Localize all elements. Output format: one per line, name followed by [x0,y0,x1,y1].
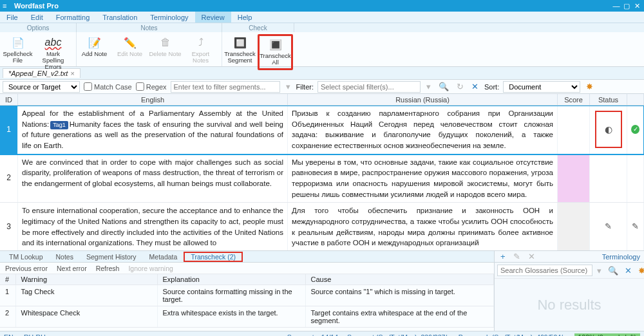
status-lang: EN → RU-RU [4,333,46,337]
segment-table-header: ID English Russian (Russia) Score Status [0,94,644,106]
tab-tm-lookup[interactable]: TM Lookup [3,252,50,261]
inline-tag[interactable]: Tag1 [50,121,68,129]
term-edit-icon[interactable]: ✎ [511,252,522,261]
mark-spelling-button[interactable]: abc Mark Spelling Errors [35,34,71,73]
menu-bar: File Edit Formatting Translation Termino… [0,12,644,23]
status-progress: 100% (0 words left) [574,333,640,337]
bottom-panels: TM Lookup Notes Segment History Metadata… [0,250,644,331]
tab-transcheck[interactable]: Transcheck (2) [184,252,243,262]
term-add-icon[interactable]: + [498,252,507,261]
segment-row[interactable]: 2 We are convinced that in order to cope… [0,154,644,203]
terminology-search-input[interactable] [497,265,592,276]
tab-notes[interactable]: Notes [50,252,80,261]
menu-formatting[interactable]: Formatting [50,12,97,23]
terminology-header: + ✎ ✕ Terminology [495,251,644,263]
export-notes-icon: ⤴ [194,35,208,50]
menu-help[interactable]: Help [231,12,259,23]
gear-icon[interactable]: ✸ [584,82,595,91]
app-title: Wordfast Pro [14,2,59,10]
sort-select[interactable]: Document [503,81,580,93]
segment-id: 2 [0,154,18,203]
hamburger-icon[interactable]: ≡ [3,2,12,10]
term-search-dropdown-icon[interactable]: ▾ [595,266,603,275]
tab-segment-history[interactable]: Segment History [80,252,143,261]
menu-review[interactable]: Review [195,12,231,23]
status-segment-counts: Segment (Src/Tgt/Max): 236/237/- [347,333,450,337]
col-status: Status [590,94,627,105]
segment-target[interactable]: Призыв к созданию парламентарного собран… [288,106,558,154]
refresh-errors-button[interactable]: Refresh [96,265,120,272]
panel-tabs: TM Lookup Notes Segment History Metadata… [0,251,494,263]
term-search-icon[interactable]: 🔍 [606,266,620,275]
segment-source[interactable]: Appeal for the establishment of a Parlia… [18,106,288,154]
sort-label: Sort: [484,83,499,91]
tc-row[interactable]: 1 Tag Check Source contains formatting m… [0,285,494,306]
tc-col-warning: Warning [15,274,157,285]
transcheck-toolbar: Previous error Next error Refresh Ignore… [0,263,494,274]
delete-note-icon: 🗑 [158,35,173,50]
document-tab-close[interactable]: × [70,70,74,77]
segment-row[interactable]: 3 To ensure international cooperation, s… [0,203,644,250]
status-segments: Segments: 14/14 [287,333,338,337]
tc-row[interactable]: 2 Whitespace Check Extra whitespace exis… [0,306,494,328]
col-russian: Russian (Russia) [288,94,558,105]
segment-id: 1 [0,106,18,154]
term-delete-icon[interactable]: ✕ [526,252,537,261]
terminology-title: Terminology [602,253,640,261]
filter-dropdown-icon[interactable]: ▾ [284,82,292,91]
refresh-filter-icon[interactable]: ↻ [455,82,466,91]
title-bar: ≡ Wordfast Pro — ▢ ✕ [0,0,644,12]
segment-target[interactable]: Мы уверены в том, что основные задачи, т… [288,154,558,203]
filter-text-input[interactable] [171,81,280,93]
transcheck-table: # Warning Explanation Cause 1 Tag Check … [0,274,494,328]
special-filter-dropdown-icon[interactable]: ▾ [424,82,433,91]
menu-file[interactable]: File [0,12,24,23]
score-bar [558,154,590,203]
transcheck-all-button[interactable]: 🔳 Transcheck All [258,34,293,70]
term-gear-icon[interactable]: ✸ [636,266,644,275]
transcheck-segment-button[interactable]: 🔲 Transcheck Segment [222,34,258,66]
segment-table-body: 1 Appeal for the establishment of a Parl… [0,106,644,250]
menu-edit[interactable]: Edit [24,12,50,23]
document-tabs: *Appeal_EN_v2.txt × [0,67,644,80]
transcheck-panel: TM Lookup Notes Segment History Metadata… [0,251,495,331]
mark-spelling-icon: abc [46,35,61,50]
terminology-search: ▾ 🔍 ✕ ✸ [495,263,644,279]
maximize-button[interactable]: ▢ [622,2,631,10]
segment-source[interactable]: To ensure international cooperation, sec… [18,203,288,250]
special-filter-input[interactable] [317,81,421,93]
tab-metadata[interactable]: Metadata [143,252,184,261]
regex-checkbox[interactable]: Regex [136,82,167,91]
col-english: English [18,94,288,105]
spellcheck-icon: 📄 [11,35,25,50]
add-note-icon: 📝 [88,35,102,50]
tc-col-explanation: Explanation [157,274,305,285]
prev-error-button[interactable]: Previous error [5,265,48,272]
ribbon-captions: Options Notes Check [0,23,644,32]
spellcheck-button[interactable]: 📄 Spellcheck File [0,34,35,66]
transcheck-segment-icon: 🔲 [233,35,247,50]
search-icon[interactable]: 🔍 [437,82,451,91]
pin-icon[interactable]: ✎ [605,221,612,233]
segment-source[interactable]: We are convinced that in order to cope w… [18,154,288,203]
tc-col-cause: Cause [305,274,494,285]
scope-select[interactable]: Source or Target [3,81,80,93]
segment-row[interactable]: 1 Appeal for the establishment of a Parl… [0,106,644,154]
close-button[interactable]: ✕ [632,2,641,10]
match-case-checkbox[interactable]: Match Case [84,82,132,91]
clear-filter-icon[interactable]: ✕ [469,82,480,91]
minimize-button[interactable]: — [612,2,621,10]
edit-note-button[interactable]: ✏️ Edit Note [112,34,147,60]
menu-translation[interactable]: Translation [96,12,144,23]
next-error-button[interactable]: Next error [57,265,87,272]
segment-target[interactable]: Для того чтобы обеспечить признание и за… [288,203,558,250]
menu-terminology[interactable]: Terminology [144,12,194,23]
delete-note-button[interactable]: 🗑 Delete Note [147,34,183,60]
pin2-icon[interactable]: ✎ [632,221,639,233]
add-note-button[interactable]: 📝 Add Note [77,34,112,60]
ignore-warning-button[interactable]: Ignore warning [128,265,173,272]
status-warning-icon[interactable]: ◐ [605,123,612,136]
status-confirmed-icon: ✓ [631,125,639,134]
export-notes-button[interactable]: ⤴ Export Notes [183,34,218,66]
term-clear-icon[interactable]: ✕ [623,266,634,275]
